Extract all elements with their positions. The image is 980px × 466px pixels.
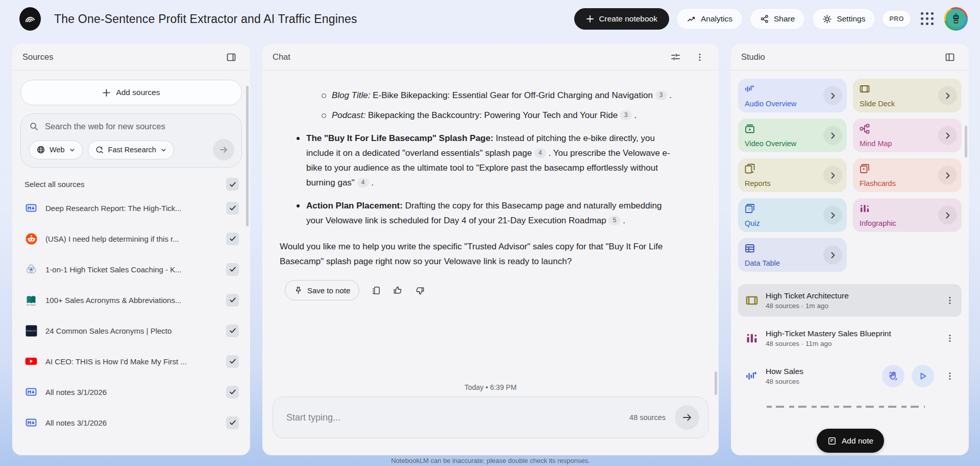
citation-chip[interactable]: 3 (655, 90, 667, 100)
chat-text: . (620, 216, 625, 225)
citation-chip[interactable]: 4 (534, 148, 546, 158)
source-item[interactable]: Deep Research Report: The High-Tick... (20, 193, 242, 223)
research-mode-dropdown[interactable]: Fast Research (88, 141, 174, 159)
studio-tile-mind-map[interactable]: Mind Map (853, 119, 962, 152)
tile-label: Mind Map (860, 139, 892, 148)
chevron-right-icon[interactable] (938, 166, 957, 185)
youtube-icon (24, 355, 38, 368)
chat-scrollbar[interactable] (715, 371, 717, 395)
studio-tile-quiz[interactable]: ?Quiz (738, 198, 847, 232)
interactive-mode-button[interactable] (882, 365, 904, 387)
chevron-right-icon[interactable] (823, 86, 842, 105)
source-title: 24 Common Sales Acronyms | Plecto (45, 327, 218, 335)
tile-label: Reports (745, 179, 771, 188)
source-checkbox[interactable] (226, 294, 239, 307)
item-more-options-icon[interactable] (941, 330, 959, 347)
analytics-button[interactable]: Analytics (676, 8, 743, 30)
chat-paragraph: The "Buy It For Life Basecamp" Splash Pa… (296, 131, 675, 190)
source-checkbox[interactable] (226, 324, 239, 337)
chat-paragraph: Podcast: Bikepacking the Backcountry: Po… (322, 108, 675, 123)
add-sources-button[interactable]: Add sources (20, 80, 242, 105)
share-button[interactable]: Share (750, 8, 805, 30)
markdown-icon (25, 202, 37, 214)
chevron-right-icon[interactable] (823, 166, 842, 185)
select-all-checkbox[interactable] (226, 178, 239, 191)
studio-tile-data-table[interactable]: Data Table (738, 238, 847, 272)
chevron-down-icon (160, 147, 167, 153)
source-item[interactable]: 1-on-1 High Ticket Sales Coaching - K... (20, 254, 242, 285)
chevron-right-icon[interactable] (938, 126, 957, 145)
source-item[interactable]: (USA) I need help determining if this r.… (20, 223, 242, 254)
pin-icon (294, 286, 303, 295)
svg-text:Sales Playbook: Sales Playbook (27, 304, 36, 306)
notebook-title[interactable]: The One-Sentence Profit Extractor and AI… (54, 12, 357, 26)
source-checkbox[interactable] (226, 232, 239, 245)
notebooklm-logo-icon[interactable] (19, 7, 41, 31)
reddit-icon (25, 232, 38, 245)
source-checkbox[interactable] (226, 355, 239, 368)
source-checkbox[interactable] (226, 202, 239, 215)
studio-tile-flashcards[interactable]: Flashcards (853, 158, 962, 192)
settings-button[interactable]: Settings (812, 8, 875, 30)
collapse-sources-panel-icon[interactable] (223, 49, 240, 66)
tile-label: Slide Deck (860, 100, 895, 108)
chat-settings-icon[interactable] (667, 49, 684, 66)
studio-item[interactable]: How Sales48 sources (738, 360, 962, 392)
item-more-options-icon[interactable] (941, 367, 959, 385)
source-item[interactable]: All notes 3/1/2026 (20, 377, 242, 407)
chevron-right-icon[interactable] (823, 126, 842, 145)
source-item[interactable]: AI CEO: THIS is How I'd Make My First ..… (20, 346, 242, 377)
search-input[interactable] (45, 122, 234, 131)
studio-tile-video-overview[interactable]: Video Overview (738, 119, 847, 152)
thumbs-up-icon[interactable] (393, 285, 403, 296)
send-button[interactable] (675, 405, 699, 430)
chevron-right-icon[interactable] (823, 246, 842, 265)
search-submit-button[interactable] (213, 139, 234, 160)
citation-chip[interactable]: 5 (608, 216, 620, 225)
chat-text: . (369, 178, 374, 188)
source-item[interactable]: PLECTO24 Common Sales Acronyms | Plecto (20, 315, 242, 346)
create-notebook-button[interactable]: Create notebook (574, 8, 669, 30)
studio-scrollbar[interactable] (965, 126, 967, 157)
chevron-right-icon[interactable] (938, 206, 957, 225)
copy-icon[interactable] (371, 285, 381, 296)
chat-input[interactable] (286, 412, 629, 423)
source-title: AI CEO: THIS is How I'd Make My First ..… (45, 357, 218, 366)
studio-tile-slide-deck[interactable]: Slide Deck (853, 79, 962, 112)
source-item[interactable]: Sales Playbook100+ Sales Acronyms & Abbr… (20, 285, 242, 315)
chat-text: E-Bike Bikepacking: Essential Gear for O… (370, 90, 655, 100)
thumbs-down-icon[interactable] (414, 285, 425, 296)
add-note-button[interactable]: Add note (817, 429, 884, 453)
chat-text: Blog Title: (332, 90, 370, 100)
studio-tile-audio-overview[interactable]: Audio Overview (738, 79, 847, 112)
item-more-options-icon[interactable] (941, 292, 959, 309)
gear-icon (822, 14, 832, 24)
studio-item[interactable]: High Ticket Architecture48 sources · 1m … (738, 284, 962, 317)
play-button[interactable] (912, 365, 934, 387)
source-checkbox[interactable] (226, 416, 239, 429)
save-to-note-button[interactable]: Save to note (285, 280, 359, 300)
studio-tile-infographic[interactable]: Infographic (853, 198, 962, 232)
markdown-icon (25, 416, 37, 429)
google-apps-grid-icon[interactable] (921, 12, 934, 26)
chat-panel-title: Chat (273, 52, 290, 62)
flashcards-icon (859, 163, 870, 174)
plus-icon (586, 15, 594, 23)
citation-chip[interactable]: 3 (620, 110, 632, 120)
collapse-studio-panel-icon[interactable] (941, 49, 959, 66)
chat-paragraph: Would you like me to help you write the … (280, 239, 675, 269)
source-checkbox[interactable] (226, 263, 239, 276)
source-title: All notes 3/1/2026 (45, 418, 218, 427)
citation-chip[interactable]: 4 (357, 178, 369, 188)
web-source-dropdown[interactable]: Web (29, 141, 83, 159)
sources-scrollbar[interactable] (246, 86, 249, 226)
chat-more-options-icon[interactable] (691, 49, 708, 66)
chevron-right-icon[interactable] (938, 86, 957, 105)
source-checkbox[interactable] (226, 386, 239, 399)
studio-panel-title: Studio (741, 52, 765, 62)
chevron-right-icon[interactable] (823, 206, 842, 225)
studio-tile-reports[interactable]: Reports (738, 158, 847, 192)
source-item[interactable]: All notes 3/1/2026 (20, 407, 242, 438)
studio-item[interactable]: High-Ticket Mastery Sales Blueprint48 so… (738, 322, 962, 355)
avatar[interactable] (944, 7, 968, 31)
